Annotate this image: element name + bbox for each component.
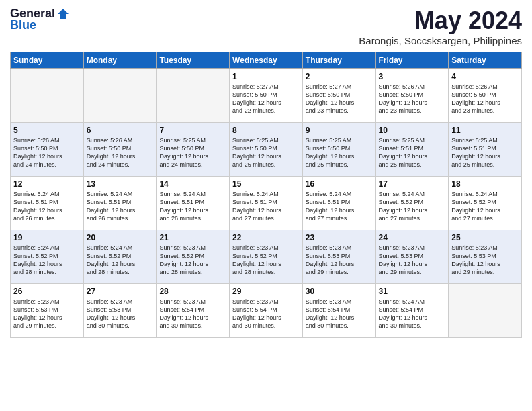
col-tuesday: Tuesday (157, 52, 230, 69)
day-number: 18 (451, 179, 519, 189)
day-info: Sunrise: 5:24 AM Sunset: 5:52 PM Dayligh… (379, 190, 446, 223)
day-info: Sunrise: 5:25 AM Sunset: 5:50 PM Dayligh… (159, 136, 226, 169)
title-section: May 2024 Barongis, Soccsksargen, Philipp… (359, 7, 522, 46)
calendar-week-row: 5Sunrise: 5:26 AM Sunset: 5:50 PM Daylig… (11, 123, 522, 177)
table-row: 2Sunrise: 5:27 AM Sunset: 5:50 PM Daylig… (302, 69, 375, 123)
day-info: Sunrise: 5:24 AM Sunset: 5:51 PM Dayligh… (13, 190, 81, 223)
day-number: 25 (451, 233, 519, 242)
table-row: 1Sunrise: 5:27 AM Sunset: 5:50 PM Daylig… (230, 69, 303, 123)
svg-marker-0 (58, 9, 69, 19)
day-number: 19 (13, 233, 81, 242)
table-row: 11Sunrise: 5:25 AM Sunset: 5:51 PM Dayli… (449, 123, 522, 177)
day-number: 21 (159, 233, 226, 242)
table-row: 31Sunrise: 5:24 AM Sunset: 5:54 PM Dayli… (375, 284, 449, 338)
table-row: 18Sunrise: 5:24 AM Sunset: 5:52 PM Dayli… (449, 177, 522, 230)
day-info: Sunrise: 5:27 AM Sunset: 5:50 PM Dayligh… (306, 83, 373, 116)
day-number: 17 (379, 179, 446, 189)
day-number: 16 (306, 179, 373, 189)
logo: General Blue (10, 7, 70, 32)
day-info: Sunrise: 5:24 AM Sunset: 5:51 PM Dayligh… (87, 190, 154, 223)
table-row: 4Sunrise: 5:26 AM Sunset: 5:50 PM Daylig… (449, 69, 522, 123)
day-number: 31 (379, 287, 446, 296)
day-info: Sunrise: 5:24 AM Sunset: 5:54 PM Dayligh… (379, 298, 446, 330)
day-number: 23 (306, 233, 373, 242)
calendar-week-row: 1Sunrise: 5:27 AM Sunset: 5:50 PM Daylig… (11, 69, 522, 123)
day-number: 4 (451, 72, 519, 81)
day-info: Sunrise: 5:24 AM Sunset: 5:51 PM Dayligh… (232, 190, 300, 223)
table-row: 16Sunrise: 5:24 AM Sunset: 5:51 PM Dayli… (302, 177, 375, 230)
day-number: 9 (306, 126, 373, 135)
day-number: 24 (379, 233, 446, 242)
logo-icon (56, 7, 70, 21)
day-number: 22 (232, 233, 300, 242)
page-header: General Blue May 2024 Barongis, Soccsksa… (10, 7, 522, 46)
table-row: 12Sunrise: 5:24 AM Sunset: 5:51 PM Dayli… (11, 177, 84, 230)
day-info: Sunrise: 5:25 AM Sunset: 5:50 PM Dayligh… (232, 136, 300, 169)
table-row: 22Sunrise: 5:23 AM Sunset: 5:52 PM Dayli… (230, 230, 303, 284)
day-info: Sunrise: 5:24 AM Sunset: 5:52 PM Dayligh… (87, 244, 154, 277)
calendar-week-row: 19Sunrise: 5:24 AM Sunset: 5:52 PM Dayli… (11, 230, 522, 284)
calendar-week-row: 12Sunrise: 5:24 AM Sunset: 5:51 PM Dayli… (11, 177, 522, 230)
day-number: 5 (13, 126, 81, 135)
day-number: 27 (87, 287, 154, 296)
day-number: 30 (306, 287, 373, 296)
day-number: 2 (306, 72, 373, 81)
table-row: 15Sunrise: 5:24 AM Sunset: 5:51 PM Dayli… (230, 177, 303, 230)
sub-title: Barongis, Soccsksargen, Philippines (359, 35, 522, 46)
day-info: Sunrise: 5:25 AM Sunset: 5:50 PM Dayligh… (306, 136, 373, 169)
day-info: Sunrise: 5:23 AM Sunset: 5:52 PM Dayligh… (159, 244, 226, 277)
table-row: 19Sunrise: 5:24 AM Sunset: 5:52 PM Dayli… (11, 230, 84, 284)
day-info: Sunrise: 5:25 AM Sunset: 5:51 PM Dayligh… (379, 136, 446, 169)
table-row: 20Sunrise: 5:24 AM Sunset: 5:52 PM Dayli… (83, 230, 157, 284)
day-number: 8 (232, 126, 300, 135)
day-number: 12 (13, 179, 81, 189)
day-info: Sunrise: 5:27 AM Sunset: 5:50 PM Dayligh… (232, 83, 300, 116)
day-number: 13 (87, 179, 154, 189)
calendar-week-row: 26Sunrise: 5:23 AM Sunset: 5:53 PM Dayli… (11, 284, 522, 338)
calendar-header-row: Sunday Monday Tuesday Wednesday Thursday… (11, 52, 522, 69)
col-thursday: Thursday (302, 52, 375, 69)
table-row (449, 284, 522, 338)
day-info: Sunrise: 5:26 AM Sunset: 5:50 PM Dayligh… (379, 83, 446, 116)
table-row: 7Sunrise: 5:25 AM Sunset: 5:50 PM Daylig… (157, 123, 230, 177)
day-info: Sunrise: 5:23 AM Sunset: 5:53 PM Dayligh… (13, 298, 81, 330)
day-info: Sunrise: 5:24 AM Sunset: 5:51 PM Dayligh… (159, 190, 226, 223)
day-number: 10 (379, 126, 446, 135)
day-info: Sunrise: 5:26 AM Sunset: 5:50 PM Dayligh… (451, 83, 519, 116)
table-row (83, 69, 157, 123)
day-number: 3 (379, 72, 446, 81)
day-info: Sunrise: 5:24 AM Sunset: 5:52 PM Dayligh… (451, 190, 519, 223)
day-info: Sunrise: 5:24 AM Sunset: 5:52 PM Dayligh… (13, 244, 81, 277)
table-row: 21Sunrise: 5:23 AM Sunset: 5:52 PM Dayli… (157, 230, 230, 284)
table-row: 29Sunrise: 5:23 AM Sunset: 5:54 PM Dayli… (230, 284, 303, 338)
day-info: Sunrise: 5:23 AM Sunset: 5:54 PM Dayligh… (159, 298, 226, 330)
day-info: Sunrise: 5:23 AM Sunset: 5:53 PM Dayligh… (451, 244, 519, 277)
table-row: 14Sunrise: 5:24 AM Sunset: 5:51 PM Dayli… (157, 177, 230, 230)
table-row: 27Sunrise: 5:23 AM Sunset: 5:53 PM Dayli… (83, 284, 157, 338)
day-number: 26 (13, 287, 81, 296)
col-sunday: Sunday (11, 52, 84, 69)
table-row (11, 69, 84, 123)
day-info: Sunrise: 5:23 AM Sunset: 5:52 PM Dayligh… (232, 244, 300, 277)
day-info: Sunrise: 5:26 AM Sunset: 5:50 PM Dayligh… (87, 136, 154, 169)
day-number: 7 (159, 126, 226, 135)
day-info: Sunrise: 5:24 AM Sunset: 5:51 PM Dayligh… (306, 190, 373, 223)
table-row: 8Sunrise: 5:25 AM Sunset: 5:50 PM Daylig… (230, 123, 303, 177)
col-monday: Monday (83, 52, 157, 69)
calendar-table: Sunday Monday Tuesday Wednesday Thursday… (10, 52, 522, 338)
day-info: Sunrise: 5:25 AM Sunset: 5:51 PM Dayligh… (451, 136, 519, 169)
table-row: 3Sunrise: 5:26 AM Sunset: 5:50 PM Daylig… (375, 69, 449, 123)
logo-blue-text: Blue (10, 18, 36, 32)
day-number: 6 (87, 126, 154, 135)
day-info: Sunrise: 5:23 AM Sunset: 5:53 PM Dayligh… (87, 298, 154, 330)
day-info: Sunrise: 5:23 AM Sunset: 5:53 PM Dayligh… (379, 244, 446, 277)
table-row: 17Sunrise: 5:24 AM Sunset: 5:52 PM Dayli… (375, 177, 449, 230)
day-number: 1 (232, 72, 300, 81)
table-row: 23Sunrise: 5:23 AM Sunset: 5:53 PM Dayli… (302, 230, 375, 284)
day-number: 14 (159, 179, 226, 189)
day-info: Sunrise: 5:23 AM Sunset: 5:54 PM Dayligh… (232, 298, 300, 330)
day-info: Sunrise: 5:23 AM Sunset: 5:54 PM Dayligh… (306, 298, 373, 330)
day-number: 15 (232, 179, 300, 189)
table-row: 25Sunrise: 5:23 AM Sunset: 5:53 PM Dayli… (449, 230, 522, 284)
table-row: 6Sunrise: 5:26 AM Sunset: 5:50 PM Daylig… (83, 123, 157, 177)
